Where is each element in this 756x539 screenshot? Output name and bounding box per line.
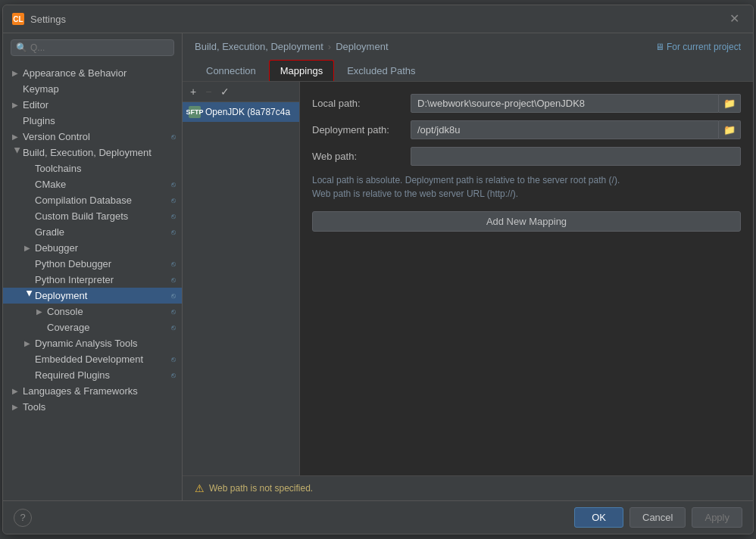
bottom-warning: ⚠ Web path is not specified. xyxy=(183,475,753,500)
sidebar-label-python-interpreter: Python Interpreter xyxy=(35,274,171,285)
expand-arrow-build: ▶ xyxy=(14,148,22,158)
deployment-path-input-group: 📁 xyxy=(411,120,741,139)
breadcrumb: Build, Execution, Deployment › Deploymen… xyxy=(195,41,741,52)
sidebar-item-version-control[interactable]: ▶ Version Control ⎋ xyxy=(3,129,182,145)
local-path-browse-button[interactable]: 📁 xyxy=(719,94,741,113)
server-type-icon: SFTP xyxy=(189,106,201,118)
sidebar-item-embedded-dev[interactable]: ▶ Embedded Development ⎋ xyxy=(3,351,182,367)
mapping-panel: Local path: 📁 Deployment path: 📁 xyxy=(300,82,753,475)
remove-server-button[interactable]: − xyxy=(202,85,214,98)
sidebar-label-toolchains: Toolchains xyxy=(35,163,176,174)
expand-arrow-console: ▶ xyxy=(36,307,47,316)
sidebar-label-gradle: Gradle xyxy=(35,226,171,238)
external-link-icon-compilation: ⎋ xyxy=(171,196,176,204)
local-path-input-group: 📁 xyxy=(411,94,741,113)
ok-button[interactable]: OK xyxy=(574,507,623,528)
sidebar-item-languages[interactable]: ▶ Languages & Frameworks xyxy=(3,383,182,399)
external-link-icon-deployment: ⎋ xyxy=(171,291,176,300)
sidebar-item-appearance[interactable]: ▶ Appearance & Behavior xyxy=(3,65,182,81)
sidebar-item-build-execution[interactable]: ▶ Build, Execution, Deployment xyxy=(3,145,182,160)
server-toolbar: + − ✓ xyxy=(183,82,299,102)
expand-arrow-dynamic: ▶ xyxy=(24,339,35,347)
apply-button[interactable]: Apply xyxy=(692,507,742,528)
help-button[interactable]: ? xyxy=(14,509,32,527)
local-path-row: Local path: 📁 xyxy=(312,94,741,113)
title-bar: CL Settings ✕ xyxy=(3,5,753,33)
sidebar-label-required-plugins: Required Plugins xyxy=(35,369,171,381)
window-body: 🔍 ▶ Appearance & Behavior ▶ Keymap ▶ Edi… xyxy=(3,33,753,500)
sidebar-item-console[interactable]: ▶ Console ⎋ xyxy=(3,304,182,319)
sidebar-item-required-plugins[interactable]: ▶ Required Plugins ⎋ xyxy=(3,367,182,383)
server-item[interactable]: SFTP OpenJDK (8a787c4a xyxy=(183,102,299,122)
deployment-path-browse-button[interactable]: 📁 xyxy=(719,120,741,139)
sidebar-item-compilation-db[interactable]: ▶ Compilation Database ⎋ xyxy=(3,192,182,208)
external-link-icon-gradle: ⎋ xyxy=(171,228,176,236)
sidebar-label-console: Console xyxy=(47,306,171,317)
external-link-icon-coverage: ⎋ xyxy=(171,323,176,332)
search-box[interactable]: 🔍 xyxy=(11,39,174,56)
local-path-input[interactable] xyxy=(411,94,719,113)
add-mapping-button[interactable]: Add New Mapping xyxy=(312,211,741,232)
hint-text: Local path is absolute. Deployment path … xyxy=(312,173,741,201)
sidebar-label-debugger: Debugger xyxy=(35,242,176,254)
check-server-button[interactable]: ✓ xyxy=(217,85,233,98)
tab-connection[interactable]: Connection xyxy=(195,60,267,81)
hint-line2: Web path is relative to the web server U… xyxy=(312,187,741,201)
sidebar-item-toolchains[interactable]: ▶ Toolchains xyxy=(3,160,182,176)
sidebar-label-languages: Languages & Frameworks xyxy=(23,385,176,397)
sidebar-item-python-interpreter[interactable]: ▶ Python Interpreter ⎋ xyxy=(3,272,182,288)
deployment-path-input[interactable] xyxy=(411,120,719,139)
breadcrumb-part2: Deployment xyxy=(336,41,388,52)
main-content: Build, Execution, Deployment › Deploymen… xyxy=(183,33,753,500)
expand-arrow-appearance: ▶ xyxy=(12,69,23,77)
sidebar-label-python-debugger: Python Debugger xyxy=(35,258,171,270)
sidebar-item-tools[interactable]: ▶ Tools xyxy=(3,399,182,415)
search-icon: 🔍 xyxy=(16,42,27,53)
tabs-row: Connection Mappings Excluded Paths xyxy=(195,60,741,81)
sidebar-item-coverage[interactable]: ▶ Coverage ⎋ xyxy=(3,319,182,335)
window-footer: ? OK Cancel Apply xyxy=(3,500,753,534)
main-header: Build, Execution, Deployment › Deploymen… xyxy=(183,33,753,82)
title-bar-left: CL Settings xyxy=(12,13,66,25)
web-path-input[interactable] xyxy=(411,147,741,166)
deployment-path-row: Deployment path: 📁 xyxy=(312,120,741,139)
sidebar-label-tools: Tools xyxy=(23,401,176,413)
local-path-label: Local path: xyxy=(312,98,411,109)
sidebar-item-editor[interactable]: ▶ Editor xyxy=(3,97,182,113)
sidebar-item-plugins[interactable]: ▶ Plugins xyxy=(3,113,182,129)
sidebar-item-keymap[interactable]: ▶ Keymap xyxy=(3,81,182,97)
sidebar-item-python-debugger[interactable]: ▶ Python Debugger ⎋ xyxy=(3,256,182,272)
sidebar-label-editor: Editor xyxy=(23,99,176,111)
sidebar-label-appearance: Appearance & Behavior xyxy=(23,67,176,79)
external-link-icon-custom-build: ⎋ xyxy=(171,212,176,220)
sidebar-item-deployment[interactable]: ▶ Deployment ⎋ xyxy=(3,288,182,304)
breadcrumb-arrow: › xyxy=(328,41,331,52)
sidebar-label-dynamic-analysis: Dynamic Analysis Tools xyxy=(35,338,176,349)
sidebar-label-build-execution: Build, Execution, Deployment xyxy=(23,147,176,158)
deployment-path-label: Deployment path: xyxy=(312,124,411,136)
cancel-button[interactable]: Cancel xyxy=(629,507,686,528)
sidebar-item-cmake[interactable]: ▶ CMake ⎋ xyxy=(3,176,182,192)
tab-mappings[interactable]: Mappings xyxy=(269,60,334,81)
server-panel: + − ✓ SFTP OpenJDK (8a787c4a xyxy=(183,82,300,475)
expand-arrow-languages: ▶ xyxy=(12,387,23,395)
add-server-button[interactable]: + xyxy=(187,85,199,98)
sidebar-item-custom-build[interactable]: ▶ Custom Build Targets ⎋ xyxy=(3,208,182,224)
close-button[interactable]: ✕ xyxy=(725,11,744,26)
sidebar-item-gradle[interactable]: ▶ Gradle ⎋ xyxy=(3,224,182,240)
sidebar-item-debugger[interactable]: ▶ Debugger xyxy=(3,240,182,256)
content-panels: + − ✓ SFTP OpenJDK (8a787c4a xyxy=(183,82,753,475)
sidebar-item-dynamic-analysis[interactable]: ▶ Dynamic Analysis Tools xyxy=(3,335,182,351)
tab-excluded-paths[interactable]: Excluded Paths xyxy=(336,60,426,81)
search-input[interactable] xyxy=(30,42,169,53)
expand-arrow-editor: ▶ xyxy=(12,101,23,109)
project-link[interactable]: 🖥 For current project xyxy=(655,42,741,52)
sidebar-label-deployment: Deployment xyxy=(35,290,171,301)
sidebar-label-coverage: Coverage xyxy=(47,322,171,333)
web-path-row: Web path: xyxy=(312,147,741,166)
web-path-label: Web path: xyxy=(312,151,411,162)
breadcrumb-part1: Build, Execution, Deployment xyxy=(195,41,323,52)
expand-arrow-debugger: ▶ xyxy=(24,244,35,252)
sidebar-label-compilation-db: Compilation Database xyxy=(35,195,171,206)
external-link-icon-embedded: ⎋ xyxy=(171,355,176,363)
